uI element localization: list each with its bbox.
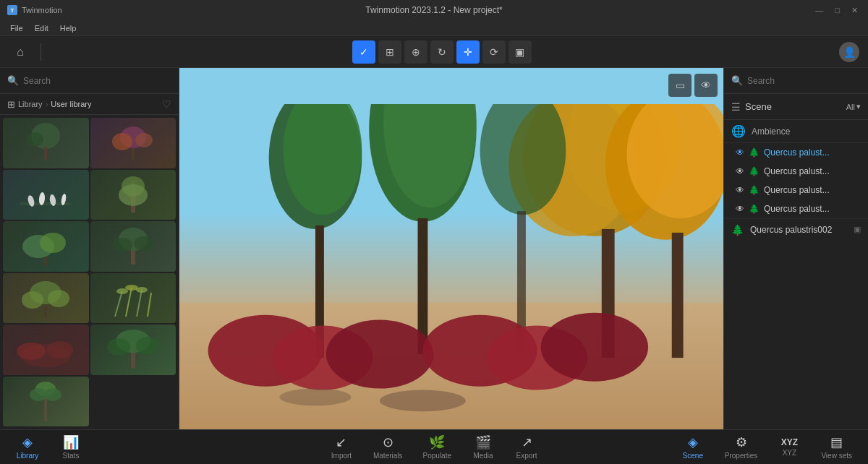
- xyz-tab[interactable]: XYZ XYZ: [767, 431, 811, 463]
- scene-header: ☰ Scene All ▾: [724, 94, 868, 120]
- eye-icon-qp3: 👁: [736, 185, 744, 195]
- stats-icon: 📊: [63, 434, 79, 450]
- favorite-button[interactable]: ♡: [162, 98, 171, 110]
- scene-filter[interactable]: All ▾: [846, 102, 861, 111]
- toolbar-right: 👤: [839, 42, 859, 62]
- viewport-eye-button[interactable]: 👁: [694, 74, 718, 97]
- globe-icon: 🌐: [731, 124, 746, 138]
- scene-group-qp2[interactable]: 👁 🌲 Quercus palust...: [724, 162, 868, 181]
- right-search-input[interactable]: [747, 76, 861, 86]
- materials-button[interactable]: ⊙ Materials: [363, 431, 413, 463]
- asset-grid: Cornus florida Cotinus coggygria Roya...: [0, 115, 179, 429]
- svg-point-14: [119, 184, 148, 206]
- scene-quercus-main[interactable]: 🌲 Quercus palustris002 ▣: [724, 218, 868, 240]
- asset-thumb-photinia: [3, 325, 89, 375]
- svg-line-26: [115, 291, 122, 317]
- svg-point-65: [380, 390, 466, 412]
- stats-tab[interactable]: 📊 Stats: [49, 431, 93, 463]
- asset-item-cornus[interactable]: Cornus florida: [3, 118, 89, 168]
- asset-item-liriodendron[interactable]: Liriodendron tulipifera...: [3, 273, 89, 324]
- import-button[interactable]: ↙ Import: [320, 431, 363, 463]
- asset-item-quercus[interactable]: Quercus palustris: [90, 325, 176, 375]
- left-search-icon: 🔍: [7, 75, 19, 86]
- asset-item-galanthus[interactable]: Galanthus nivalis: [3, 170, 89, 220]
- toolbar-divider: [41, 43, 41, 61]
- eye-icon-qp2: 👁: [736, 166, 744, 176]
- maximize-button[interactable]: □: [832, 4, 843, 17]
- asset-thumb-ginkgo: [90, 170, 176, 220]
- media-icon: 🎬: [475, 434, 491, 450]
- viewport[interactable]: ▭ 👁: [179, 68, 723, 429]
- scene-list: 🌐 Ambience 👁 🌲 Quercus palust... 👁 🌲 Que…: [724, 120, 868, 429]
- tree-icon-qp1: 🌲: [749, 147, 760, 158]
- tool-move-button[interactable]: ✛: [456, 40, 480, 64]
- asset-item-ilex[interactable]: Ilex crenata Steeds: [90, 221, 176, 272]
- scene-group-qp3[interactable]: 👁 🌲 Quercus palust...: [724, 181, 868, 199]
- export-button[interactable]: ↗ Export: [505, 431, 548, 463]
- asset-thumb-galanthus: [3, 170, 89, 220]
- svg-point-4: [112, 133, 132, 150]
- populate-button[interactable]: 🌿 Populate: [413, 431, 461, 463]
- breadcrumb-user-library[interactable]: User library: [51, 100, 91, 108]
- scene-group-qp1[interactable]: 👁 🌲 Quercus palust...: [724, 143, 868, 162]
- breadcrumb-library[interactable]: ⊞ Library: [7, 99, 43, 110]
- svg-point-39: [136, 337, 159, 354]
- asset-item-ginkgo[interactable]: Ginkgo biloba Princeton...: [90, 170, 176, 220]
- tree-icon-qp4: 🌲: [749, 204, 760, 214]
- svg-point-38: [107, 338, 130, 356]
- viewport-controls: ▭ 👁: [668, 74, 718, 97]
- user-icon[interactable]: 👤: [839, 42, 859, 62]
- tool-rotate-button[interactable]: ↻: [430, 40, 454, 64]
- scene-hamburger-icon: ☰: [731, 101, 741, 113]
- scene-filter-chevron: ▾: [856, 102, 861, 111]
- minimize-button[interactable]: —: [812, 4, 826, 17]
- viewport-rect-button[interactable]: ▭: [668, 74, 692, 97]
- tool-target-button[interactable]: ⊕: [404, 40, 427, 64]
- stats-label: Stats: [63, 452, 80, 460]
- library-icon: ◈: [22, 434, 33, 450]
- viewsets-icon: ▤: [830, 434, 843, 450]
- quercus-main-label: Quercus palustris002: [750, 225, 849, 235]
- tool-refresh-button[interactable]: ⟳: [482, 40, 506, 64]
- menu-file[interactable]: File: [6, 22, 27, 34]
- tool-check-button[interactable]: ✓: [352, 40, 375, 64]
- asset-item-photinia[interactable]: Photinia x fraseri Red R...: [3, 325, 89, 375]
- menu-help[interactable]: Help: [56, 22, 81, 34]
- scene-group-qp4[interactable]: 👁 🌲 Quercus palust...: [724, 199, 868, 218]
- asset-item-molinia[interactable]: Molinia caerulea: [90, 273, 176, 324]
- scene-tab[interactable]: ◈ Scene: [671, 431, 715, 463]
- export-label: Export: [516, 452, 537, 460]
- asset-item-hamamelis[interactable]: Hamamelis x intermedia: [3, 221, 89, 272]
- svg-rect-6: [132, 149, 135, 160]
- bottom-center: ↙ Import ⊙ Materials 🌿 Populate 🎬 Media …: [320, 431, 548, 463]
- scene-ambience-item[interactable]: 🌐 Ambience: [724, 120, 868, 143]
- viewsets-tab[interactable]: ▤ View sets: [811, 431, 862, 463]
- right-search-bar: 🔍: [724, 68, 868, 94]
- menubar: File Edit Help: [0, 20, 868, 36]
- close-button[interactable]: ✕: [848, 4, 861, 17]
- svg-point-25: [48, 290, 69, 307]
- scene-item-label-qp1: Quercus palust...: [764, 147, 830, 158]
- library-label: Library: [17, 452, 39, 460]
- left-search-input[interactable]: [23, 76, 171, 86]
- scene-item-label-qp4: Quercus palust...: [764, 204, 830, 214]
- library-tab[interactable]: ◈ Library: [6, 431, 49, 463]
- home-button[interactable]: ⌂: [9, 40, 32, 64]
- svg-point-61: [326, 320, 433, 389]
- import-icon: ↙: [336, 434, 346, 450]
- asset-item-cotinus[interactable]: Cotinus coggygria Roya...: [90, 118, 176, 168]
- svg-point-66: [280, 389, 352, 406]
- export-icon: ↗: [522, 434, 532, 450]
- app-title: T Twinmotion: [7, 5, 62, 15]
- tool-grid-button[interactable]: ⊞: [378, 40, 401, 64]
- eye-icon-qp1: 👁: [736, 147, 744, 158]
- breadcrumb-library-label: Library: [18, 100, 43, 108]
- svg-point-32: [136, 287, 148, 293]
- tool-screen-button[interactable]: ▣: [509, 40, 532, 64]
- bottom-left: ◈ Library 📊 Stats: [6, 431, 93, 463]
- properties-tab[interactable]: ⚙ Properties: [715, 431, 768, 463]
- media-label: Media: [473, 452, 493, 460]
- menu-edit[interactable]: Edit: [30, 22, 53, 34]
- asset-item-quercus2[interactable]: Quercus phellos: [3, 377, 89, 427]
- media-button[interactable]: 🎬 Media: [461, 431, 505, 463]
